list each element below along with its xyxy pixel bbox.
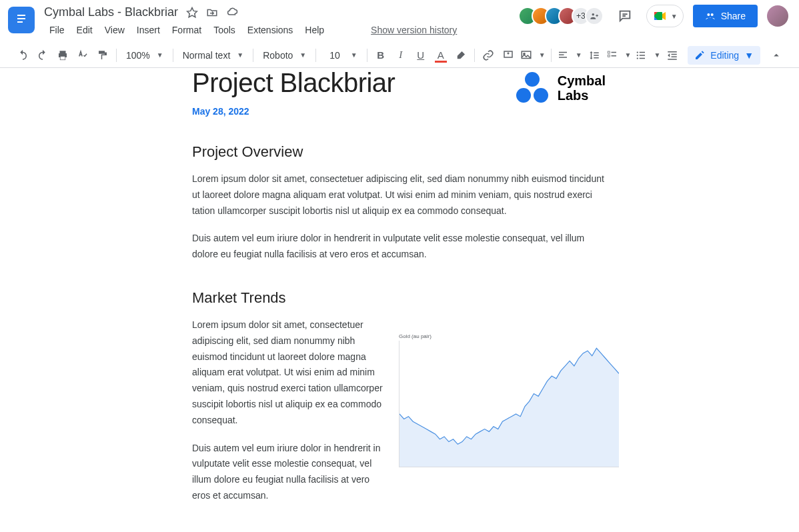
- svg-point-27: [637, 54, 638, 55]
- svg-rect-20: [559, 57, 567, 58]
- menu-file[interactable]: File: [44, 22, 70, 38]
- menu-format[interactable]: Format: [167, 22, 207, 38]
- embedded-chart[interactable]: Gold (au pair): [399, 333, 619, 473]
- title-row: Cymbal Labs - Blackbriar: [44, 4, 518, 19]
- svg-rect-13: [60, 56, 65, 59]
- svg-point-9: [707, 13, 710, 16]
- svg-rect-24: [611, 55, 616, 57]
- text-color-icon[interactable]: A: [432, 46, 450, 65]
- svg-rect-2: [17, 21, 23, 23]
- font-size-input[interactable]: 10▼: [320, 46, 362, 65]
- share-label: Share: [721, 11, 746, 21]
- chart-title: Gold (au pair): [399, 333, 619, 339]
- doc-header: Project Blackbriar May 28, 2022 CymbalLa…: [192, 68, 606, 117]
- comment-icon[interactable]: [499, 46, 518, 65]
- svg-rect-22: [611, 51, 616, 53]
- svg-point-29: [637, 57, 638, 59]
- link-icon[interactable]: [479, 46, 498, 65]
- header-right: +3 ▼ Share: [518, 4, 788, 28]
- profile-avatar[interactable]: [767, 5, 788, 27]
- doc-title[interactable]: Cymbal Labs - Blackbriar: [44, 5, 178, 19]
- svg-rect-1: [17, 18, 25, 19]
- collapse-toolbar-icon[interactable]: [767, 46, 786, 65]
- menu-help[interactable]: Help: [299, 22, 329, 38]
- svg-point-25: [637, 51, 638, 53]
- star-icon[interactable]: [186, 7, 198, 19]
- svg-marker-6: [662, 12, 666, 20]
- svg-rect-0: [17, 15, 25, 16]
- svg-rect-23: [608, 55, 610, 57]
- editing-mode-button[interactable]: Editing ▼: [688, 46, 760, 65]
- paint-format-icon[interactable]: [93, 46, 112, 65]
- paragraph[interactable]: Duis autem vel eum iriure dolor in hendr…: [192, 231, 606, 263]
- comment-history-icon[interactable]: [613, 4, 637, 28]
- svg-rect-32: [672, 53, 677, 55]
- menu-bar: File Edit View Insert Format Tools Exten…: [44, 22, 518, 38]
- underline-icon[interactable]: U: [412, 46, 430, 65]
- align-dropdown[interactable]: ▼: [556, 48, 584, 63]
- decrease-indent-icon[interactable]: [663, 46, 682, 65]
- doc-title-heading[interactable]: Project Blackbriar: [192, 68, 488, 98]
- document-area[interactable]: Project Blackbriar May 28, 2022 CymbalLa…: [0, 68, 799, 532]
- svg-rect-26: [640, 51, 645, 53]
- redo-icon[interactable]: [33, 46, 52, 65]
- svg-rect-31: [668, 51, 678, 53]
- undo-icon[interactable]: [13, 46, 32, 65]
- svg-rect-14: [99, 51, 105, 54]
- menu-edit[interactable]: Edit: [71, 22, 98, 38]
- paragraph[interactable]: Lorem ipsum dolor sit amet, consectetuer…: [192, 171, 606, 219]
- svg-rect-11: [60, 51, 66, 53]
- italic-icon[interactable]: I: [391, 46, 410, 65]
- line-spacing-icon[interactable]: [585, 46, 604, 65]
- collaborator-avatars: +3: [518, 7, 604, 25]
- add-collaborator-icon[interactable]: [585, 7, 604, 25]
- section-heading[interactable]: Market Trends: [192, 289, 606, 307]
- menu-view[interactable]: View: [99, 22, 130, 38]
- move-icon[interactable]: [206, 7, 218, 19]
- chevron-down-icon: ▼: [671, 13, 678, 20]
- print-icon[interactable]: [53, 46, 72, 65]
- header-main: Cymbal Labs - Blackbriar File Edit View …: [44, 4, 518, 38]
- image-dropdown[interactable]: ▼: [519, 48, 547, 63]
- zoom-dropdown[interactable]: 100%▼: [121, 47, 169, 63]
- paragraph[interactable]: Duis autem vel eum iriure dolor in hendr…: [192, 441, 385, 504]
- bold-icon[interactable]: B: [371, 46, 390, 65]
- svg-point-4: [592, 13, 594, 16]
- svg-rect-34: [668, 59, 678, 60]
- checklist-dropdown[interactable]: ▼: [605, 48, 633, 63]
- svg-rect-21: [608, 51, 610, 53]
- app-header: Cymbal Labs - Blackbriar File Edit View …: [0, 0, 799, 43]
- highlight-icon[interactable]: [452, 46, 470, 65]
- svg-marker-3: [187, 7, 197, 17]
- section-heading[interactable]: Project Overview: [192, 143, 606, 161]
- docs-icon[interactable]: [8, 7, 35, 33]
- spellcheck-icon[interactable]: [73, 46, 92, 65]
- svg-point-10: [710, 13, 713, 16]
- svg-rect-30: [640, 57, 645, 59]
- chevron-down-icon: ▼: [744, 50, 754, 61]
- svg-rect-33: [672, 56, 677, 57]
- share-button[interactable]: Share: [693, 5, 758, 27]
- menu-extensions[interactable]: Extensions: [242, 22, 298, 38]
- menu-insert[interactable]: Insert: [131, 22, 165, 38]
- version-history-link[interactable]: Show version history: [371, 25, 457, 35]
- style-dropdown[interactable]: Normal text▼: [177, 47, 249, 63]
- svg-rect-18: [559, 51, 567, 53]
- svg-rect-19: [559, 54, 564, 55]
- company-logo: CymbalLabs: [515, 72, 606, 104]
- paragraph[interactable]: Lorem ipsum dolor sit amet, consectetuer…: [192, 317, 385, 429]
- cloud-icon[interactable]: [226, 7, 238, 19]
- svg-rect-28: [640, 55, 645, 56]
- bullet-list-dropdown[interactable]: ▼: [634, 48, 662, 63]
- font-dropdown[interactable]: Roboto▼: [257, 47, 311, 63]
- menu-tools[interactable]: Tools: [208, 22, 241, 38]
- toolbar: 100%▼ Normal text▼ Roboto▼ 10▼ B I U A ▼…: [0, 43, 799, 68]
- doc-date[interactable]: May 28, 2022: [192, 106, 488, 117]
- meet-button[interactable]: ▼: [646, 5, 684, 27]
- document-page: Project Blackbriar May 28, 2022 CymbalLa…: [192, 68, 606, 516]
